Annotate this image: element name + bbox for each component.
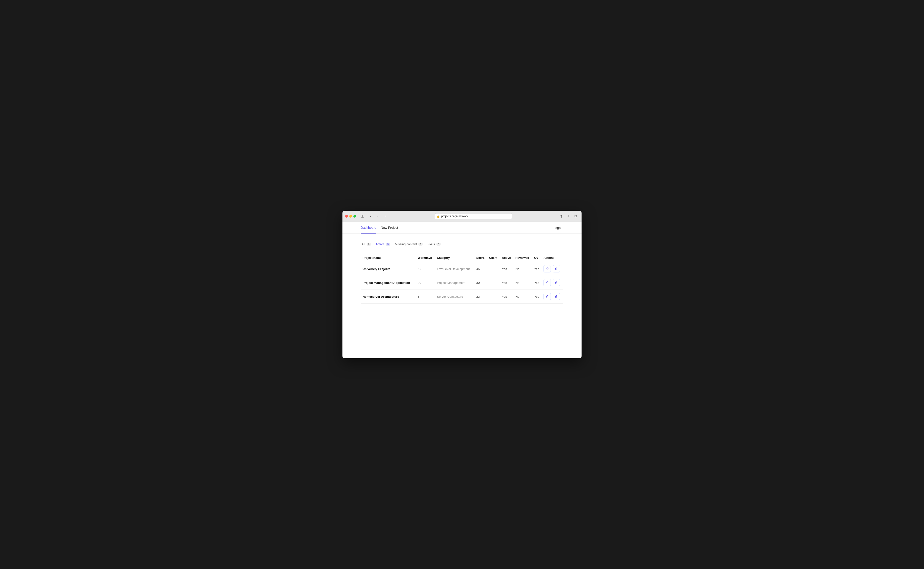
actions-2 (542, 276, 563, 290)
actions-cell-2 (543, 279, 562, 286)
reviewed-1: No (514, 262, 532, 276)
tab-missing-content[interactable]: Missing content 6 (394, 240, 426, 249)
table-row: Homeserver Architecture 5 Server Archite… (361, 290, 563, 304)
col-active: Active (500, 254, 513, 262)
projects-table: Project Name Workdays Category Score Cli… (361, 254, 563, 304)
main-content: All 6 Active 3 Missing content 6 Skills … (343, 234, 581, 310)
url-text: projects.hagn.network (441, 215, 468, 218)
nav-dashboard[interactable]: Dashboard (361, 226, 376, 234)
lock-icon: 🔒 (437, 215, 440, 218)
delete-button-3[interactable] (553, 293, 560, 300)
tabs-button[interactable]: ⧉ (572, 213, 579, 219)
page-content: Dashboard New Project Logout All 6 Activ… (343, 222, 581, 358)
share-button[interactable]: ⬆ (558, 213, 564, 219)
col-score: Score (475, 254, 487, 262)
table-header-row: Project Name Workdays Category Score Cli… (361, 254, 563, 262)
cv-1: Yes (532, 262, 542, 276)
active-1: Yes (500, 262, 513, 276)
reviewed-3: No (514, 290, 532, 304)
score-2: 30 (475, 276, 487, 290)
project-name-1: University Projects (361, 262, 416, 276)
minimize-button[interactable] (349, 215, 352, 218)
col-cv: CV (532, 254, 542, 262)
browser-actions: ⬆ + ⧉ (558, 213, 579, 219)
back-button[interactable]: ‹ (375, 213, 381, 219)
col-reviewed: Reviewed (514, 254, 532, 262)
col-client: Client (487, 254, 500, 262)
tab-active-badge: 3 (386, 243, 390, 246)
tab-skills-badge: 3 (436, 243, 441, 246)
category-3: Server Architecture (435, 290, 475, 304)
cv-3: Yes (532, 290, 542, 304)
project-name-2: Project Management Application (361, 276, 416, 290)
col-project-name: Project Name (361, 254, 416, 262)
actions-1 (542, 262, 563, 276)
browser-chrome: ▾ ‹ › 🔒 projects.hagn.network ⬆ + ⧉ (343, 211, 581, 222)
workdays-1: 50 (416, 262, 435, 276)
tab-all-label: All (362, 242, 365, 246)
top-nav: Dashboard New Project Logout (343, 222, 581, 234)
cv-2: Yes (532, 276, 542, 290)
edit-button-1[interactable] (543, 265, 551, 272)
tab-active[interactable]: Active 3 (375, 240, 393, 249)
browser-window: ▾ ‹ › 🔒 projects.hagn.network ⬆ + ⧉ Dash… (343, 211, 581, 358)
delete-button-2[interactable] (553, 279, 560, 286)
client-1 (487, 262, 500, 276)
project-name-3: Homeserver Architecture (361, 290, 416, 304)
maximize-button[interactable] (353, 215, 356, 218)
traffic-lights (345, 215, 356, 218)
svg-rect-0 (361, 215, 362, 218)
tab-all[interactable]: All 6 (361, 240, 374, 249)
browser-controls: ▾ ‹ › (359, 213, 389, 219)
tab-skills[interactable]: Skills 3 (426, 240, 443, 249)
col-category: Category (435, 254, 475, 262)
table-row: Project Management Application 20 Projec… (361, 276, 563, 290)
table-row: University Projects 50 Low Level Develop… (361, 262, 563, 276)
new-tab-button[interactable]: + (565, 213, 571, 219)
nav-links: Dashboard New Project (361, 226, 403, 234)
edit-button-3[interactable] (543, 293, 551, 300)
workdays-3: 5 (416, 290, 435, 304)
tab-missing-badge: 6 (418, 243, 423, 246)
address-bar-container: 🔒 projects.hagn.network (391, 213, 556, 219)
logout-button[interactable]: Logout (554, 226, 563, 233)
delete-button-1[interactable] (553, 265, 560, 272)
score-1: 45 (475, 262, 487, 276)
client-2 (487, 276, 500, 290)
tab-all-badge: 6 (367, 243, 371, 246)
tab-missing-label: Missing content (395, 242, 417, 246)
actions-3 (542, 290, 563, 304)
svg-rect-1 (362, 215, 364, 218)
address-bar[interactable]: 🔒 projects.hagn.network (435, 213, 512, 219)
nav-new-project[interactable]: New Project (381, 226, 398, 234)
forward-button[interactable]: › (382, 213, 389, 219)
close-button[interactable] (345, 215, 348, 218)
actions-cell-3 (543, 293, 562, 300)
category-1: Low Level Development (435, 262, 475, 276)
edit-button-2[interactable] (543, 279, 551, 286)
col-actions: Actions (542, 254, 563, 262)
actions-cell-1 (543, 265, 562, 272)
sidebar-toggle-button[interactable] (359, 213, 366, 219)
category-2: Project Management (435, 276, 475, 290)
chevron-down-icon[interactable]: ▾ (367, 213, 373, 219)
col-workdays: Workdays (416, 254, 435, 262)
tab-skills-label: Skills (428, 242, 435, 246)
reviewed-2: No (514, 276, 532, 290)
active-2: Yes (500, 276, 513, 290)
active-3: Yes (500, 290, 513, 304)
client-3 (487, 290, 500, 304)
tab-active-label: Active (376, 242, 384, 246)
tabs: All 6 Active 3 Missing content 6 Skills … (361, 240, 563, 249)
workdays-2: 20 (416, 276, 435, 290)
score-3: 23 (475, 290, 487, 304)
